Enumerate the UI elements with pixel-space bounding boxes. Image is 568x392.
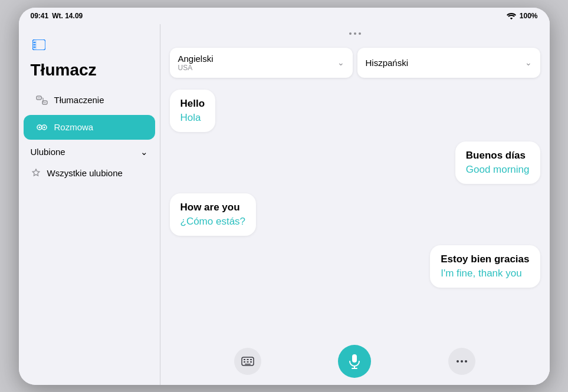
more-options-button[interactable] [448,348,475,375]
nav-conversation-label: Rozmowa [54,122,94,132]
message-bubble-1: Hello Hola [170,90,216,132]
status-right: 100% [507,12,538,20]
sidebar-header [19,34,160,61]
source-lang-name: Angielski [178,54,214,64]
message-1-translation: Hola [180,112,205,124]
sidebar-toggle-button[interactable] [31,38,47,51]
message-3-translation: ¿Cómo estás? [180,216,246,228]
time: 09:41 [31,12,49,20]
more-dots-icon [349,32,361,35]
status-bar: 09:41 Wt. 14.09 100% [19,8,550,24]
all-favorites-label: Wszystkie ulubione [47,168,123,178]
target-chevron-icon: ⌄ [525,58,532,67]
svg-point-24 [457,360,459,363]
language-bar: Angielski USA ⌄ Hiszpański ⌄ [160,43,550,83]
svg-rect-20 [245,364,251,365]
svg-rect-17 [244,361,245,363]
svg-rect-15 [247,359,248,360]
message-2-translation: Good morning [466,164,530,176]
main-content: Tłumacz Tłumaczenie [19,24,550,385]
svg-rect-16 [250,359,252,360]
message-4-original: Estoy bien gracias [441,253,529,265]
microphone-button[interactable] [338,345,371,378]
sidebar-title: Tłumacz [19,61,160,87]
message-bubble-2: Buenos días Good morning [455,141,540,184]
source-lang-region: USA [178,64,214,72]
svg-rect-14 [244,359,245,360]
target-lang-name: Hiszpański [366,58,409,68]
right-panel: Angielski USA ⌄ Hiszpański ⌄ Hello [160,24,550,385]
sidebar: Tłumacz Tłumaczenie [19,24,160,385]
nav-item-translation[interactable]: Tłumaczenie [24,88,155,113]
svg-point-11 [38,126,40,128]
svg-rect-18 [247,361,248,363]
favorites-chevron-icon: ⌄ [140,147,148,157]
all-favorites-item[interactable]: Wszystkie ulubione [19,163,160,183]
message-3-original: How are you [180,202,246,213]
translate-icon [35,94,48,107]
message-4-translation: I'm fine, thank you [441,268,529,279]
keyboard-button[interactable] [234,348,261,375]
source-language-selector[interactable]: Angielski USA ⌄ [170,48,353,78]
svg-point-12 [43,126,45,128]
conversation-area: Hello Hola Buenos días Good morning How … [160,83,550,338]
battery: 100% [520,12,538,20]
conversation-icon [35,121,48,134]
message-bubble-4: Estoy bien gracias I'm fine, thank you [430,245,540,288]
source-chevron-icon: ⌄ [337,58,344,67]
svg-point-26 [465,360,467,363]
nav-translation-label: Tłumaczenie [54,95,104,105]
message-bubble-3: How are you ¿Cómo estás? [170,193,257,236]
svg-rect-21 [352,354,357,363]
favorites-section-header[interactable]: Ulubione ⌄ [19,141,160,163]
bottom-toolbar [160,338,550,385]
nav-item-conversation[interactable]: Rozmowa [24,115,155,140]
message-1-original: Hello [180,98,205,110]
target-language-selector[interactable]: Hiszpański ⌄ [357,48,540,78]
message-2-original: Buenos días [466,150,530,162]
panel-top-bar [160,24,550,43]
status-left: 09:41 Wt. 14.09 [31,12,83,20]
date: Wt. 14.09 [52,12,83,20]
star-icon [31,168,41,179]
favorites-label: Ulubione [31,147,65,157]
svg-point-25 [461,360,463,363]
wifi-icon [507,12,516,19]
svg-rect-19 [250,361,252,363]
